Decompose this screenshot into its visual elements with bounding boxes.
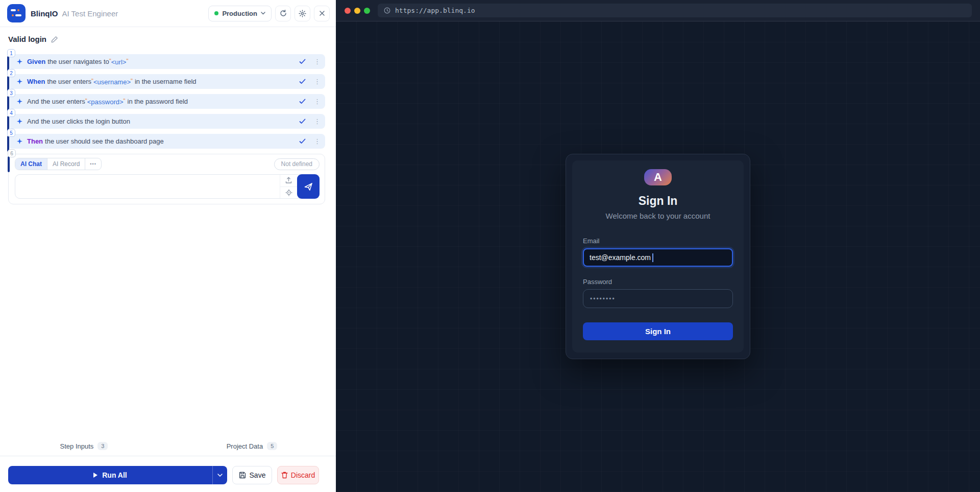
maximize-window-icon[interactable] [364, 8, 370, 14]
sparkle-icon [17, 99, 22, 104]
signin-card: A Sign In Welcome back to your account E… [566, 154, 750, 359]
check-icon [299, 59, 306, 64]
tab-ai-chat[interactable]: AI Chat [15, 158, 47, 170]
play-icon [93, 473, 97, 478]
project-data-label: Project Data [227, 442, 263, 450]
steps-list: 1 Given the user navigates to <url> ⋮ 2 … [0, 54, 336, 204]
step-row-4[interactable]: 4 And the user clicks the login button ⋮ [8, 114, 325, 129]
step-number-badge: 5 [7, 129, 15, 137]
sparkle-icon [17, 119, 22, 124]
trash-icon [281, 472, 288, 479]
window-controls [345, 8, 370, 14]
clock-icon [384, 7, 390, 14]
email-field[interactable]: test@example.com [583, 248, 733, 267]
environment-selector[interactable]: Production [208, 6, 272, 21]
password-field[interactable]: •••••••• [583, 289, 733, 308]
remote-browser-view: https://app.blinq.io A Sign In Welcome b… [336, 0, 980, 492]
step-number-badge: 2 [7, 69, 15, 77]
upload-button[interactable] [280, 175, 297, 187]
tab-step-inputs[interactable]: Step Inputs 3 [0, 442, 168, 450]
step-keyword: And [27, 118, 39, 125]
step-keyword: And [27, 98, 39, 105]
address-bar[interactable]: https://app.blinq.io [378, 4, 972, 17]
step-number-badge: 4 [7, 109, 15, 117]
step-text: the user navigates to [47, 58, 109, 65]
step-editor-card: 6 AI Chat AI Record ••• Not defined [8, 154, 325, 204]
run-all-button-group: Run All [8, 466, 227, 484]
status-dot-icon [214, 11, 218, 15]
check-icon [299, 79, 306, 84]
check-icon [299, 138, 306, 144]
panel-footer: Step Inputs 3 Project Data 5 Run All [0, 436, 336, 492]
step-keyword: Then [27, 137, 43, 145]
discard-button[interactable]: Discard [277, 466, 319, 484]
password-label: Password [583, 278, 733, 286]
close-panel-button[interactable] [314, 6, 330, 21]
chevron-down-icon [217, 474, 223, 477]
run-all-label: Run All [102, 471, 127, 479]
email-value: test@example.com [590, 253, 651, 262]
step-text: in the password field [128, 98, 188, 105]
step-keyword: Given [27, 58, 45, 65]
signin-heading: Sign In [639, 194, 678, 208]
step-number-badge: 1 [7, 49, 15, 57]
test-editor-panel: BlinqIO AI Test Engineer Production [0, 0, 336, 492]
signin-submit-button[interactable]: Sign In [583, 322, 733, 340]
scenario-title: Valid login [8, 35, 46, 43]
upload-icon [285, 177, 292, 184]
step-keyword: When [27, 78, 45, 85]
target-icon [285, 189, 292, 196]
check-icon [299, 119, 306, 124]
tab-ai-record[interactable]: AI Record [47, 158, 85, 170]
step-row-5[interactable]: 5 Then the user should see the dashboard… [8, 134, 325, 149]
step-menu-button[interactable]: ⋮ [314, 58, 320, 65]
step-number-badge: 6 [8, 149, 16, 157]
close-window-icon[interactable] [345, 8, 351, 14]
tab-project-data[interactable]: Project Data 5 [168, 442, 336, 450]
brand-name: BlinqIO [31, 9, 58, 18]
sparkle-icon [17, 59, 22, 64]
signin-submit-label: Sign In [645, 327, 671, 336]
step-menu-button[interactable]: ⋮ [314, 118, 320, 125]
step-row-3[interactable]: 3 And the user enters <password> in the … [8, 94, 325, 109]
step-row-2[interactable]: 2 When the user enters <username> in the… [8, 74, 325, 89]
app-title: BlinqIO AI Test Engineer [31, 9, 118, 18]
step-parameter: <password> [85, 98, 126, 106]
step-text: in the username field [135, 78, 197, 85]
ai-chat-input[interactable] [15, 175, 280, 198]
minimize-window-icon[interactable] [354, 8, 360, 14]
refresh-button[interactable] [275, 6, 291, 21]
page-viewport: A Sign In Welcome back to your account E… [336, 21, 980, 492]
step-inputs-count-badge: 3 [97, 442, 108, 450]
send-button[interactable] [297, 174, 320, 199]
browser-chrome-bar: https://app.blinq.io [336, 0, 980, 21]
save-icon [239, 472, 246, 479]
run-all-button[interactable]: Run All [8, 466, 212, 484]
editor-mode-tabs: AI Chat AI Record ••• [15, 158, 102, 170]
product-name: AI Test Engineer [62, 9, 118, 18]
save-button[interactable]: Save [232, 466, 272, 484]
more-tabs-button[interactable]: ••• [85, 158, 101, 170]
environment-label: Production [222, 10, 257, 17]
run-options-dropdown[interactable] [212, 466, 227, 484]
signin-subtitle: Welcome back to your account [606, 212, 710, 220]
step-menu-button[interactable]: ⋮ [314, 78, 320, 85]
edit-pencil-icon[interactable] [51, 36, 58, 43]
step-text: the user clicks the login button [41, 118, 130, 125]
blinqio-logo [7, 4, 26, 22]
target-button[interactable] [280, 187, 297, 199]
step-text: the user enters [41, 98, 85, 105]
close-icon [319, 10, 325, 16]
step-menu-button[interactable]: ⋮ [314, 137, 320, 145]
step-menu-button[interactable]: ⋮ [314, 98, 320, 105]
step-parameter: <url> [109, 58, 128, 66]
settings-button[interactable] [295, 6, 310, 21]
status-badge: Not defined [274, 158, 320, 170]
app-root: BlinqIO AI Test Engineer Production [0, 0, 980, 492]
step-row-1[interactable]: 1 Given the user navigates to <url> ⋮ [8, 54, 325, 69]
sparkle-icon [17, 79, 22, 84]
step-number-badge: 3 [7, 89, 15, 97]
signin-form: Email test@example.com Password •••••••• [583, 237, 733, 340]
step-accent-bar [8, 156, 10, 172]
sparkle-icon [17, 138, 22, 144]
